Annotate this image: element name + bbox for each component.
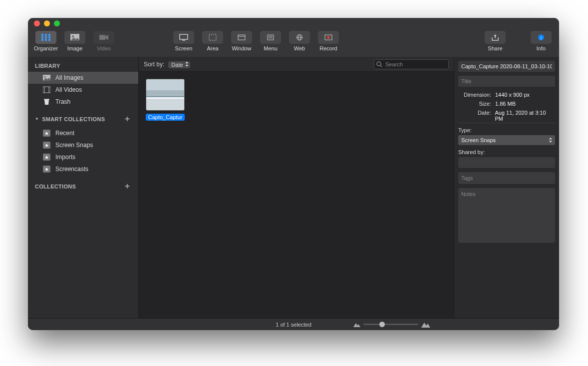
sidebar-item-screen-snaps[interactable]: ★ Screen Snaps	[28, 139, 138, 151]
svg-rect-1	[45, 34, 47, 36]
mode-group: Organizer Image Video	[33, 31, 117, 51]
capture-group: Screen Area Window Menu Web Record	[171, 31, 341, 51]
star-icon: ★	[43, 154, 50, 161]
video-icon	[99, 34, 108, 41]
app-window: Organizer Image Video Screen Area	[28, 18, 559, 330]
window-icon	[237, 34, 246, 41]
svg-text:★: ★	[44, 155, 49, 160]
type-select[interactable]: Screen Snaps	[458, 135, 555, 145]
svg-rect-6	[41, 39, 43, 41]
share-icon	[491, 34, 500, 41]
svg-rect-11	[99, 35, 105, 40]
organizer-tab[interactable]: Organizer	[33, 31, 59, 51]
svg-rect-4	[45, 36, 47, 38]
add-smart-collection-button[interactable]: ＋	[123, 114, 131, 124]
svg-line-42	[380, 65, 382, 67]
window-button[interactable]: Window	[229, 31, 255, 51]
sidebar-item-all-videos[interactable]: All Videos	[28, 84, 138, 96]
svg-rect-15	[238, 35, 245, 40]
svg-rect-2	[48, 34, 50, 36]
area-icon	[208, 34, 217, 41]
svg-point-24	[327, 36, 330, 39]
toolbar: Organizer Image Video Screen Area	[28, 29, 559, 57]
selection-status: 1 of 1 selected	[276, 322, 311, 328]
area-button[interactable]: Area	[200, 31, 226, 51]
organizer-label: Organizer	[34, 45, 58, 51]
content-area: Sort by: Date Capto_Captur	[139, 57, 454, 318]
record-button[interactable]: Record	[315, 31, 341, 51]
record-icon	[324, 34, 333, 41]
share-button[interactable]: Share	[482, 31, 508, 51]
menu-button[interactable]: Menu	[258, 31, 284, 51]
zoom-slider[interactable]	[363, 324, 418, 325]
svg-rect-29	[43, 87, 50, 93]
svg-rect-32	[44, 99, 49, 100]
video-label: Video	[97, 45, 111, 51]
thumbnail-caption: Capto_Captur	[146, 114, 185, 121]
titlebar	[28, 18, 559, 29]
sort-label: Sort by:	[144, 61, 164, 68]
library-header: LIBRARY	[28, 57, 138, 72]
thumbnail-grid: Capto_Captur	[139, 72, 454, 318]
content-toolbar: Sort by: Date	[139, 57, 454, 72]
window-zoom-button[interactable]	[54, 20, 60, 26]
zoom-in-icon	[421, 322, 430, 328]
thumbnail-item[interactable]: Capto_Captur	[146, 79, 185, 121]
svg-point-28	[44, 76, 46, 78]
zoom-control[interactable]	[353, 322, 430, 328]
images-icon	[43, 74, 50, 81]
svg-rect-14	[209, 34, 216, 40]
sidebar-item-trash[interactable]: Trash	[28, 96, 138, 108]
thumbnail-image	[146, 79, 185, 111]
web-icon	[295, 34, 304, 41]
sidebar-item-all-images[interactable]: All Images	[28, 72, 138, 84]
zoom-out-icon	[353, 322, 360, 327]
search-input[interactable]	[374, 59, 449, 69]
svg-rect-17	[268, 35, 274, 40]
dimension-value: 1440 x 900 px	[495, 92, 530, 98]
web-button[interactable]: Web	[287, 31, 312, 51]
window-minimize-button[interactable]	[44, 20, 50, 26]
collections-header[interactable]: COLLECTIONS ＋	[28, 175, 138, 194]
shared-by-field[interactable]	[458, 157, 555, 168]
status-bar: 1 of 1 selected	[28, 318, 559, 330]
inspector: Dimension:1440 x 900 px Size:1.86 MB Dat…	[454, 57, 559, 318]
star-icon: ★	[43, 142, 50, 149]
svg-rect-0	[41, 34, 43, 36]
videos-icon	[43, 86, 50, 93]
trash-icon	[43, 98, 50, 105]
search-icon	[376, 61, 382, 67]
sidebar-item-recent[interactable]: ★ Recent	[28, 127, 138, 139]
svg-text:★: ★	[44, 167, 49, 172]
image-tab[interactable]: Image	[62, 31, 88, 51]
notes-field[interactable]: Notes	[458, 188, 555, 243]
svg-rect-13	[182, 40, 185, 41]
sidebar-item-imports[interactable]: ★ Imports	[28, 151, 138, 163]
svg-rect-7	[45, 39, 47, 41]
svg-text:★: ★	[44, 143, 49, 148]
screen-button[interactable]: Screen	[171, 31, 197, 51]
video-tab[interactable]: Video	[91, 31, 117, 51]
image-icon	[70, 34, 79, 41]
star-icon: ★	[43, 130, 50, 137]
filename-field[interactable]	[458, 61, 555, 72]
sidebar-item-screencasts[interactable]: ★ Screencasts	[28, 163, 138, 175]
disclosure-icon: ▼	[35, 117, 39, 121]
smart-collections-header[interactable]: ▼ SMART COLLECTIONS ＋	[28, 108, 138, 127]
size-value: 1.86 MB	[495, 101, 516, 107]
svg-point-10	[72, 35, 74, 37]
image-label: Image	[67, 45, 83, 51]
star-icon: ★	[43, 166, 50, 173]
add-collection-button[interactable]: ＋	[123, 181, 131, 191]
date-value: Aug 11, 2020 at 3:10 PM	[495, 110, 555, 122]
sort-select[interactable]: Date	[168, 61, 190, 68]
info-button[interactable]: i Info	[528, 31, 554, 51]
svg-text:★: ★	[44, 131, 49, 136]
sidebar: LIBRARY All Images All Videos Trash ▼ SM…	[28, 57, 139, 318]
metadata-section: Dimension:1440 x 900 px Size:1.86 MB Dat…	[458, 91, 555, 123]
svg-rect-12	[180, 34, 188, 39]
title-field[interactable]	[458, 76, 555, 87]
tags-field[interactable]: Tags	[458, 172, 555, 184]
info-icon: i	[537, 34, 546, 41]
window-close-button[interactable]	[34, 20, 40, 26]
